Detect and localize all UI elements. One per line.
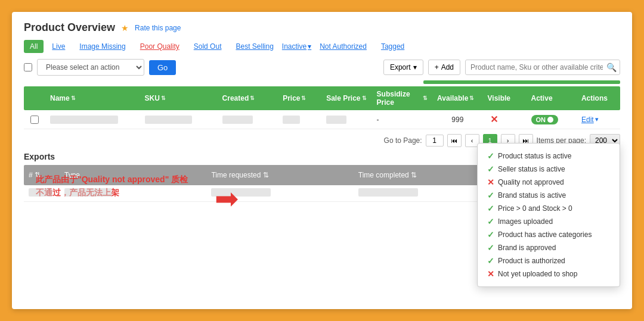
popup-overlay: ✓ Product status is active ✓ Seller stat… [477,143,620,287]
popup-item-6: ✓ Images uploaded [487,215,610,228]
goto-label: Go to Page: [384,136,422,145]
toolbar-right: Export ▾ + Add 🔍 [383,60,620,75]
toolbar: Please select an action Go Export ▾ + Ad… [24,59,620,76]
action-select[interactable]: Please select an action [37,59,144,76]
popup-label-6: Images uploaded [498,217,553,226]
close-icon[interactable]: ✕ [490,114,498,125]
x-icon-3: ✕ [487,177,494,187]
popup-label-1: Product status is active [498,152,571,160]
add-label: Add [441,63,454,71]
popup-item-1: ✓ Product status is active [487,149,610,163]
row-visible: ✕ [483,114,527,125]
check-icon-2: ✓ [487,164,494,174]
outer-background: Product Overview ★ Rate this page All Li… [0,0,644,321]
tab-inactive-dropdown[interactable]: Inactive ▾ [282,42,311,51]
popup-label-9: Product is authorized [498,257,565,265]
sort-icon-name[interactable]: ⇅ [71,95,76,101]
export-button[interactable]: Export ▾ [383,60,423,75]
annotation-line1: 此产品由于"Quality not approved" 质检 [36,173,188,186]
tab-image-missing[interactable]: Image Missing [73,40,131,53]
popup-label-3: Quality not approved [498,178,564,186]
rate-link[interactable]: Rate this page [135,24,181,32]
page-input[interactable] [426,135,444,147]
table-row: - 999 ✕ ON Edit ▾ [24,110,620,129]
th-subsidize-label: Subsidize Price [377,90,422,107]
sort-icon-subsidize[interactable]: ⇅ [423,95,428,101]
th-sale: Sale Price ⇅ [321,94,371,102]
row-sale-blur [326,116,346,124]
star-icon: ★ [121,23,129,33]
search-icon: 🔍 [606,63,617,72]
th-sku: SKU ⇅ [140,94,218,102]
popup-item-10: ✕ Not yet uploaded to shop [487,267,610,281]
row-sku-blur [145,116,193,124]
page-header: Product Overview ★ Rate this page [24,21,620,34]
sort-icon-available[interactable]: ⇅ [469,95,474,101]
main-card: Product Overview ★ Rate this page All Li… [12,12,632,309]
chevron-down-icon: ▾ [308,42,311,51]
popup-label-10: Not yet uploaded to shop [498,270,577,278]
tab-all[interactable]: All [24,40,44,53]
progress-bar [423,80,620,84]
row-check [24,116,45,124]
tab-live[interactable]: Live [46,40,71,53]
sort-icon-sale[interactable]: ⇅ [362,95,367,101]
row-active: ON [527,115,577,124]
sort-icon-sku[interactable]: ⇅ [161,95,166,101]
popup-item-4: ✓ Brand status is active [487,189,610,202]
arrow-right-icon: ➡ [215,182,239,215]
tab-sold-out[interactable]: Sold Out [188,40,228,53]
popup-item-3: ✕ Quality not approved [487,176,610,189]
select-all-checkbox[interactable] [24,63,32,71]
toggle-circle [547,117,553,123]
check-icon-7: ✓ [487,230,494,239]
tab-best-selling[interactable]: Best Selling [230,40,279,53]
tab-poor-quality[interactable]: Poor Quality [134,40,185,53]
exp-num-blur [29,188,52,197]
edit-link[interactable]: Edit [581,116,594,124]
sort-icon-created[interactable]: ⇅ [250,95,255,101]
edit-dropdown-icon[interactable]: ▾ [595,116,599,123]
row-name [45,116,140,124]
popup-label-8: Brand is approved [498,244,556,252]
th-sku-label: SKU [145,94,160,102]
check-icon-5: ✓ [487,204,494,213]
go-button[interactable]: Go [149,60,176,75]
th-price: Price ⇅ [278,94,321,102]
th-subsidize: Subsidize Price ⇅ [372,90,433,107]
row-price [278,116,321,124]
th-active-label: Active [531,94,553,102]
tab-tagged[interactable]: Tagged [375,40,410,53]
check-icon-4: ✓ [487,191,494,200]
popup-label-2: Seller status is active [498,165,565,173]
th-actions-label: Actions [581,94,608,102]
toggle-on[interactable]: ON [531,115,559,124]
search-input[interactable] [465,60,620,75]
card-inner: Product Overview ★ Rate this page All Li… [12,12,632,309]
row-available: 999 [432,116,482,124]
th-created-label: Created [222,94,249,102]
exp-th-req: Time requested ⇅ [211,171,358,179]
tab-not-authorized[interactable]: Not Authorized [314,40,373,53]
th-actions: Actions [577,94,620,102]
tab-inactive-label: Inactive [282,42,306,51]
add-button[interactable]: + Add [428,60,460,75]
row-name-blur [50,116,118,124]
row-sku [140,116,218,124]
check-icon-8: ✓ [487,243,494,253]
row-created [218,116,278,124]
popup-label-7: Product has active categories [498,230,592,239]
x-icon-10: ✕ [487,269,494,279]
row-created-blur [222,116,253,124]
sort-icon-price[interactable]: ⇅ [301,95,306,101]
th-name-label: Name [50,94,70,102]
page-title: Product Overview [24,21,115,34]
row-subsidize: - [372,116,433,124]
th-available: Available ⇅ [432,94,482,102]
exp-type-blur [64,188,112,197]
th-visible-label: Visible [488,94,510,102]
first-page-btn[interactable]: ⏮ [447,134,462,147]
popup-item-2: ✓ Seller status is active [487,163,610,176]
row-sale [321,116,371,124]
row-checkbox[interactable] [30,116,39,124]
